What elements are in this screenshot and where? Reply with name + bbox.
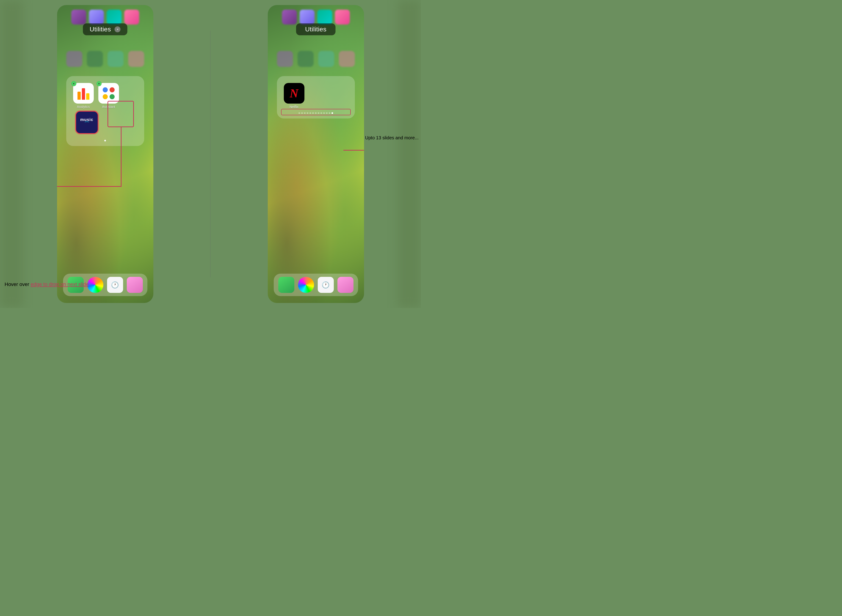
assistant-dots bbox=[101, 85, 116, 101]
right-blurred-app-3 bbox=[318, 51, 334, 67]
right-app-row bbox=[277, 51, 355, 67]
blur-app-icon-2 bbox=[89, 10, 104, 25]
right-blur-app-2 bbox=[299, 10, 314, 25]
music-icon-text: music bbox=[80, 117, 93, 122]
dock-pink-icon[interactable] bbox=[127, 277, 143, 293]
amazon-music-app-item[interactable]: music ⁀ bbox=[75, 111, 98, 134]
analytics-app-item[interactable]: × Analytics bbox=[73, 83, 94, 109]
netflix-app-item[interactable]: N Netflix bbox=[284, 83, 304, 109]
page-dot-1 bbox=[104, 140, 106, 141]
left-annotation-text: Hover over edge to drop on next slide bbox=[4, 282, 89, 287]
blur-app-icon-4 bbox=[124, 10, 139, 25]
right-folder-container: N Netflix bbox=[277, 76, 355, 119]
left-phone-panel: Utilities × × bbox=[0, 0, 210, 308]
right-phone-panel: Utilities N Netflix bbox=[211, 0, 421, 308]
analytics-bars bbox=[76, 87, 91, 100]
assistant-icon bbox=[98, 83, 119, 104]
right-blurred-app-2 bbox=[298, 51, 314, 67]
dot-blue bbox=[103, 87, 108, 92]
right-dock-pink-icon[interactable] bbox=[337, 277, 354, 293]
right-dock-clock-icon[interactable]: 🕐 bbox=[318, 277, 334, 293]
netflix-label: Netflix bbox=[289, 105, 298, 109]
blurred-app-4 bbox=[128, 51, 144, 67]
music-smile: ⁀ bbox=[85, 122, 89, 128]
left-utilities-title: Utilities bbox=[89, 26, 111, 33]
vertical-connector-line bbox=[121, 127, 122, 187]
blur-app-icon-1 bbox=[71, 10, 86, 25]
amazon-music-icon: music ⁀ bbox=[75, 111, 98, 134]
left-utilities-header: Utilities × bbox=[83, 23, 128, 35]
dot-green bbox=[110, 94, 114, 99]
left-phone-bg bbox=[57, 5, 153, 303]
right-dock-photos-icon[interactable] bbox=[298, 277, 314, 293]
right-utilities-title: Utilities bbox=[305, 26, 326, 33]
analytics-bar-yellow bbox=[86, 93, 89, 100]
blurred-app-2 bbox=[87, 51, 103, 67]
right-blur-app-3 bbox=[317, 10, 332, 25]
annotation-underline-text: edge to drop on next slide bbox=[31, 282, 89, 287]
right-dock: 🕐 bbox=[274, 274, 358, 296]
right-blur-edge bbox=[398, 0, 421, 308]
dock-clock-icon[interactable]: 🕐 bbox=[107, 277, 123, 293]
dock-photos-icon[interactable] bbox=[87, 277, 103, 293]
left-top-blur-icons bbox=[71, 10, 139, 25]
annotation-plain-text: Hover over bbox=[4, 282, 31, 287]
right-blurred-app-4 bbox=[339, 51, 355, 67]
assistant-delete-badge[interactable]: × bbox=[97, 81, 101, 86]
blur-app-icon-3 bbox=[107, 10, 122, 25]
left-phone-screen: Utilities × × bbox=[57, 5, 153, 303]
left-close-button[interactable]: × bbox=[114, 26, 120, 32]
netflix-icon: N bbox=[284, 83, 304, 104]
blurred-app-3 bbox=[107, 51, 123, 67]
netflix-letter: N bbox=[290, 87, 298, 100]
music-highlight-box bbox=[107, 101, 134, 127]
analytics-label: Analytics bbox=[77, 105, 89, 109]
right-folder-grid: N Netflix bbox=[282, 83, 350, 109]
right-utilities-header: Utilities bbox=[296, 23, 336, 35]
blurred-app-1 bbox=[66, 51, 82, 67]
left-blur-edge bbox=[0, 0, 23, 308]
slides-label-text: Upto 13 slides and more... bbox=[365, 135, 419, 140]
page-indicator-highlight-box bbox=[281, 109, 351, 115]
dot-red bbox=[110, 87, 114, 92]
right-top-blur-icons bbox=[282, 10, 350, 25]
analytics-delete-badge[interactable]: × bbox=[71, 81, 76, 86]
analytics-icon bbox=[73, 83, 94, 104]
left-page-indicator bbox=[71, 140, 139, 141]
right-blur-app-4 bbox=[335, 10, 350, 25]
right-dock-phone-icon[interactable] bbox=[278, 277, 294, 293]
dot-yellow bbox=[103, 94, 108, 99]
horizontal-connector-line bbox=[57, 186, 121, 187]
right-annotation-text: Upto 13 slides and more... bbox=[365, 135, 419, 141]
analytics-bar-red bbox=[82, 88, 85, 100]
left-app-row bbox=[66, 51, 144, 67]
main-container: Utilities × × bbox=[0, 0, 421, 308]
right-phone-bg bbox=[268, 5, 364, 303]
right-blurred-app-1 bbox=[277, 51, 293, 67]
right-blur-app-1 bbox=[282, 10, 297, 25]
analytics-bar-orange bbox=[78, 92, 81, 100]
right-connector-h-line bbox=[343, 150, 364, 151]
right-phone-screen: Utilities N Netflix bbox=[268, 5, 364, 303]
